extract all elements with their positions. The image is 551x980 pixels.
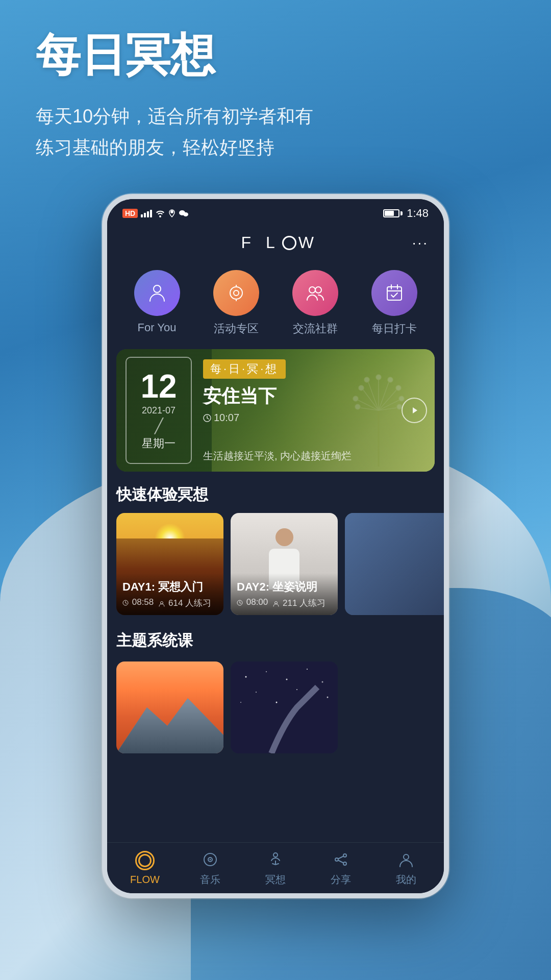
profile-nav-icon <box>396 849 416 870</box>
date-day: 12 <box>140 370 177 403</box>
svg-point-2 <box>183 212 188 216</box>
page-title: 每日冥想 <box>36 31 313 80</box>
svg-point-3 <box>154 285 161 292</box>
stars-svg <box>231 662 338 753</box>
date-weekday: 星期一 <box>142 436 176 451</box>
clock-icon2 <box>237 600 243 606</box>
card2-meta: 08:00 211 人练习 <box>237 597 332 609</box>
community-label: 交流社群 <box>293 321 338 336</box>
svg-marker-46 <box>116 698 223 753</box>
svg-point-56 <box>240 702 241 703</box>
card1-overlay: DAY1: 冥想入门 08:58 <box>116 573 223 615</box>
share-nav-icon <box>331 849 351 870</box>
card1-meta: 08:58 614 人练习 <box>122 597 217 609</box>
person-head <box>276 528 293 546</box>
card1-participants: 614 人练习 <box>159 597 211 609</box>
svg-point-9 <box>315 287 321 293</box>
profile-icon <box>397 850 415 869</box>
card1-title: DAY1: 冥想入门 <box>122 579 217 595</box>
play-button[interactable] <box>402 398 427 423</box>
person-icon2 <box>273 601 279 607</box>
wifi-icon <box>155 209 165 217</box>
quick-card-day1[interactable]: DAY1: 冥想入门 08:58 <box>116 513 223 615</box>
profile-nav-label: 我的 <box>396 873 416 887</box>
date-divider: ╱ <box>155 418 163 434</box>
svg-rect-47 <box>231 662 338 753</box>
theme-section-title: 主题系统课 <box>107 628 444 659</box>
flow-nav-label: FLOW <box>130 874 160 886</box>
app-logo: F L W <box>241 233 319 252</box>
bottom-nav-flow[interactable]: FLOW <box>124 850 165 886</box>
music-icon <box>201 850 219 869</box>
daily-description: 生活越接近平淡, 内心越接近绚烂 <box>203 449 404 463</box>
daily-tag: 每·日·冥·想 <box>203 359 286 379</box>
community-icon <box>304 282 327 304</box>
bottom-nav-share[interactable]: 分享 <box>320 849 361 887</box>
daily-card-content: 每·日·冥·想 安住当下 10:07 生活越接近平淡, 内心越接近绚烂 <box>203 359 404 461</box>
nav-for-you[interactable]: For You <box>134 270 180 336</box>
activity-label: 活动专区 <box>214 321 259 336</box>
clock-small-icon <box>122 600 129 606</box>
nav-checkin[interactable]: 每日打卡 <box>371 270 417 336</box>
nav-icons-row: For You 活动专区 <box>107 260 444 349</box>
meditation-icon <box>266 850 285 869</box>
app-content[interactable]: F L W ··· For You <box>107 226 444 893</box>
page-header: 每日冥想 每天10分钟，适合所有初学者和有 练习基础的朋友，轻松好坚持 <box>36 31 313 163</box>
svg-point-5 <box>234 290 239 296</box>
community-icon-bg <box>292 270 338 316</box>
svg-point-55 <box>327 697 329 698</box>
svg-line-35 <box>207 418 209 419</box>
svg-point-68 <box>404 854 409 860</box>
bottom-nav-music[interactable]: 音乐 <box>190 849 231 887</box>
svg-point-64 <box>343 854 346 857</box>
svg-marker-36 <box>413 407 417 413</box>
battery-icon <box>383 209 403 217</box>
card2-overlay: DAY2: 坐姿说明 08:00 <box>231 573 338 615</box>
for-you-label: For You <box>138 321 177 334</box>
for-you-icon-bg <box>134 270 180 316</box>
bottom-nav-profile[interactable]: 我的 <box>386 849 427 887</box>
svg-point-8 <box>309 287 315 293</box>
svg-line-67 <box>338 861 343 863</box>
svg-point-49 <box>266 671 267 672</box>
svg-point-61 <box>273 853 278 857</box>
page-subtitle: 每天10分钟，适合所有初学者和有 练习基础的朋友，轻松好坚持 <box>36 101 313 163</box>
daily-card[interactable]: 12 2021-07 ╱ 星期一 每·日·冥·想 安住当下 10:07 <box>116 349 435 472</box>
quick-card-day2[interactable]: DAY2: 坐姿说明 08:00 <box>231 513 338 615</box>
date-year: 2021-07 <box>142 405 176 416</box>
more-menu-button[interactable]: ··· <box>412 235 429 251</box>
mountain-svg <box>116 689 223 753</box>
music-nav-icon <box>200 849 220 870</box>
card2-duration: 08:00 <box>237 597 268 609</box>
wechat-icon <box>179 209 189 217</box>
theme-card-mountain[interactable] <box>116 662 223 753</box>
person-icon <box>146 282 168 304</box>
daily-duration: 10:07 <box>214 412 239 424</box>
card1-duration: 08:58 <box>122 597 154 609</box>
bottom-nav-meditation[interactable]: 冥想 <box>255 849 296 887</box>
meditation-nav-label: 冥想 <box>265 873 286 887</box>
clock-icon <box>203 414 211 422</box>
card2-participants: 211 人练习 <box>273 597 325 609</box>
location-icon <box>168 209 176 217</box>
quick-cards-row: DAY1: 冥想入门 08:58 <box>107 513 444 615</box>
logo-circle <box>282 236 296 250</box>
activity-icon <box>225 282 247 304</box>
quick-card-day3[interactable] <box>345 513 444 615</box>
daily-time: 10:07 <box>203 412 404 424</box>
status-bar: HD <box>107 199 444 226</box>
svg-point-57 <box>276 702 278 703</box>
nav-activity[interactable]: 活动专区 <box>213 270 259 336</box>
meditation-nav-icon <box>265 849 286 870</box>
theme-card-night[interactable] <box>231 662 338 753</box>
svg-line-66 <box>338 856 343 859</box>
music-nav-label: 音乐 <box>200 873 220 887</box>
checkin-label: 每日打卡 <box>372 321 417 336</box>
nav-community[interactable]: 交流社群 <box>292 270 338 336</box>
daily-title: 安住当下 <box>203 384 404 409</box>
theme-cards-row <box>107 662 444 753</box>
svg-point-60 <box>210 859 211 861</box>
svg-point-54 <box>296 689 297 690</box>
flow-circle-icon <box>135 851 155 870</box>
svg-point-0 <box>170 210 173 213</box>
